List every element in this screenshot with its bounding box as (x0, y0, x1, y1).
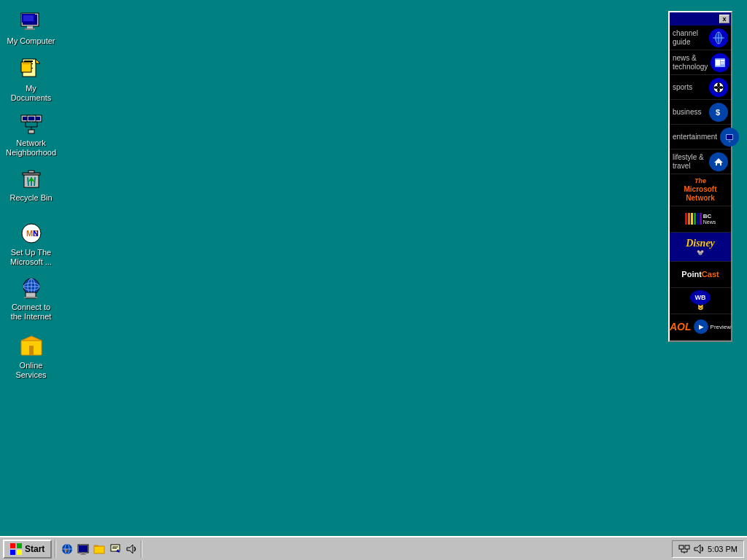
channel-guide-icon (709, 28, 728, 47)
desktop-icon-connect-internet[interactable]: Connect to the Internet (4, 273, 58, 324)
svg-rect-47 (716, 60, 720, 66)
svg-rect-60 (17, 543, 22, 548)
clock: 5:03 PM (708, 545, 738, 553)
taskbar-tray: 5:03 PM (672, 540, 744, 558)
taskbar-channel-icon[interactable] (75, 541, 91, 557)
lifestyle-travel-item[interactable]: lifestyle & travel (670, 149, 731, 174)
news-technology-icon (711, 53, 729, 72)
desktop-icon-recycle-bin[interactable]: Recycle Bin (4, 164, 58, 206)
my-computer-label: My Computer (7, 36, 55, 46)
lifestyle-travel-label: lifestyle & travel (673, 153, 706, 171)
recycle-bin-label: Recycle Bin (9, 193, 52, 203)
svg-marker-39 (21, 336, 42, 341)
taskbar-speaker-icon[interactable] (123, 541, 139, 557)
channel-guide-item[interactable]: channel guide (670, 26, 731, 50)
svg-text:e: e (65, 548, 68, 553)
windows-logo-icon (10, 543, 22, 555)
taskbar-divider-1 (55, 540, 56, 558)
svg-rect-24 (28, 130, 34, 133)
connect-internet-icon (20, 276, 43, 300)
setup-msn-label: Set Up The Microsoft ... (7, 248, 55, 267)
svg-text:$: $ (716, 108, 720, 117)
my-documents-label: My Documents (7, 84, 55, 103)
taskbar-folder-icon[interactable] (91, 541, 107, 557)
business-icon: $ (709, 103, 728, 122)
lifestyle-travel-icon (709, 152, 728, 171)
pointcast-logo: PointCast (681, 270, 719, 279)
tray-volume-icon[interactable] (693, 543, 705, 555)
setup-msn-icon: MS N (20, 222, 43, 245)
news-technology-label: news & technology (673, 54, 708, 71)
desktop-icon-online-services[interactable]: Online Services (4, 332, 58, 383)
svg-rect-2 (27, 26, 33, 28)
msn-banner[interactable]: The Microsoft Network (670, 174, 731, 206)
svg-marker-11 (36, 59, 40, 63)
sports-label: sports (673, 83, 706, 92)
svg-rect-76 (679, 545, 684, 549)
entertainment-icon (720, 128, 739, 147)
start-label: Start (25, 544, 44, 554)
svg-rect-27 (28, 171, 34, 173)
business-label: business (673, 108, 706, 117)
msn-logo: The Microsoft Network (684, 177, 717, 203)
disney-logo: Disney 🐭 (686, 238, 715, 256)
svg-rect-59 (10, 543, 15, 548)
recycle-bin-icon (20, 167, 43, 190)
svg-rect-69 (82, 553, 85, 554)
svg-rect-71 (94, 546, 104, 553)
svg-rect-70 (80, 554, 86, 555)
svg-rect-3 (25, 28, 35, 30)
svg-point-57 (729, 141, 730, 142)
svg-rect-77 (685, 545, 689, 549)
desktop-icon-my-documents[interactable]: My Documents (4, 55, 58, 106)
taskbar: Start e (0, 536, 747, 560)
svg-rect-62 (17, 550, 22, 555)
svg-rect-49 (721, 62, 724, 63)
sports-icon (709, 78, 728, 97)
connect-internet-label: Connect to the Internet (7, 303, 55, 322)
start-button[interactable]: Start (3, 540, 52, 559)
channel-panel: x channel guide news & technology (668, 11, 732, 342)
svg-rect-50 (721, 63, 724, 64)
svg-rect-48 (721, 60, 724, 61)
my-computer-icon (20, 10, 43, 34)
tray-network-icon[interactable] (678, 543, 690, 555)
entertainment-item[interactable]: entertainment (670, 125, 731, 149)
online-services-label: Online Services (7, 361, 55, 380)
svg-rect-37 (24, 297, 37, 298)
taskbar-divider-2 (141, 540, 142, 558)
network-neighborhood-icon (20, 112, 43, 136)
channel-panel-titlebar: x (670, 12, 731, 26)
business-item[interactable]: business $ (670, 100, 731, 125)
svg-rect-13 (23, 63, 30, 64)
taskbar-ie-icon[interactable]: e (59, 541, 75, 557)
svg-marker-82 (694, 545, 700, 553)
desktop-icon-my-computer[interactable]: My Computer (4, 7, 58, 49)
svg-text:N: N (33, 229, 39, 238)
desktop-icon-network-neighborhood[interactable]: Network Neighborhood (4, 109, 58, 160)
svg-rect-68 (79, 545, 88, 552)
svg-marker-75 (127, 545, 133, 553)
pointcast-banner[interactable]: PointCast (670, 262, 731, 288)
svg-rect-61 (10, 550, 15, 555)
channel-guide-label: channel guide (673, 29, 706, 47)
taskbar-pen-icon[interactable] (107, 541, 123, 557)
desktop: My Computer My Documents (0, 0, 747, 536)
warner-logo: WB 🐱 (690, 290, 711, 311)
online-services-icon (20, 335, 43, 358)
msnbc-banner[interactable]: BC News (670, 206, 731, 233)
aol-banner[interactable]: AOL ▶ Preview (670, 314, 731, 341)
news-technology-item[interactable]: news & technology (670, 50, 731, 75)
desktop-icon-setup-msn[interactable]: MS N Set Up The Microsoft ... (4, 219, 58, 270)
channel-panel-close-button[interactable]: x (719, 15, 729, 23)
aol-logo: AOL ▶ Preview (670, 319, 731, 334)
svg-rect-40 (29, 346, 34, 355)
svg-rect-19 (28, 117, 34, 120)
svg-rect-5 (23, 15, 34, 21)
entertainment-label: entertainment (673, 133, 717, 141)
network-neighborhood-label: Network Neighborhood (6, 139, 56, 158)
disney-banner[interactable]: Disney 🐭 (670, 233, 731, 262)
sports-item[interactable]: sports (670, 75, 731, 100)
my-documents-icon (20, 58, 43, 81)
warner-banner[interactable]: WB 🐱 (670, 288, 731, 314)
